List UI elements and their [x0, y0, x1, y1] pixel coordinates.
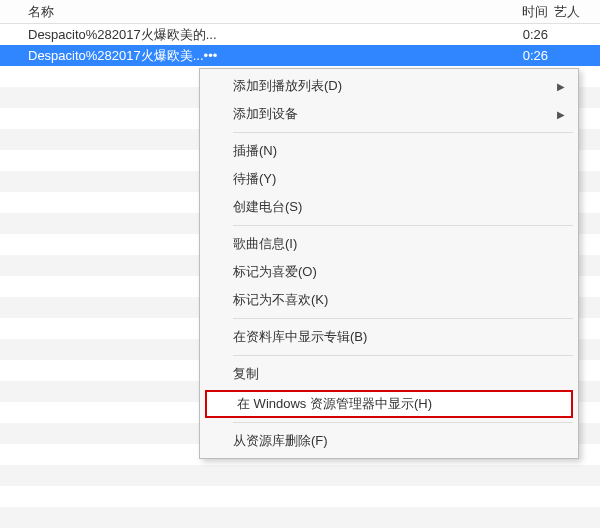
menu-item-insert[interactable]: 插播(N)	[203, 137, 575, 165]
menu-item-label: 添加到播放列表(D)	[233, 77, 342, 95]
track-time: 0:26	[502, 27, 554, 42]
menu-item-create-station[interactable]: 创建电台(S)	[203, 193, 575, 221]
menu-separator	[233, 355, 573, 356]
menu-item-label: 标记为喜爱(O)	[233, 263, 317, 281]
track-name: Despacito%282017火爆欧美...•••	[28, 47, 502, 65]
menu-item-love[interactable]: 标记为喜爱(O)	[203, 258, 575, 286]
table-row[interactable]	[0, 507, 600, 528]
menu-item-queue-next[interactable]: 待播(Y)	[203, 165, 575, 193]
menu-item-song-info[interactable]: 歌曲信息(I)	[203, 230, 575, 258]
context-menu: 添加到播放列表(D) ▶ 添加到设备 ▶ 插播(N) 待播(Y) 创建电台(S)…	[199, 68, 579, 459]
column-header-name[interactable]: 名称	[28, 3, 502, 21]
track-name: Despacito%282017火爆欧美的...	[28, 26, 502, 44]
menu-item-dislike[interactable]: 标记为不喜欢(K)	[203, 286, 575, 314]
menu-item-label: 歌曲信息(I)	[233, 235, 297, 253]
menu-separator	[233, 318, 573, 319]
menu-item-label: 标记为不喜欢(K)	[233, 291, 328, 309]
menu-item-label: 从资源库删除(F)	[233, 432, 328, 450]
track-time: 0:26	[502, 48, 554, 63]
menu-item-label: 添加到设备	[233, 105, 298, 123]
column-header-artist[interactable]: 艺人	[554, 3, 600, 21]
table-row[interactable]	[0, 486, 600, 507]
menu-separator	[233, 132, 573, 133]
chevron-right-icon: ▶	[557, 109, 565, 120]
menu-item-label: 在资料库中显示专辑(B)	[233, 328, 367, 346]
menu-item-copy[interactable]: 复制	[203, 360, 575, 388]
menu-item-label: 复制	[233, 365, 259, 383]
column-header-row: 名称 时间 艺人	[0, 0, 600, 24]
column-header-time[interactable]: 时间	[502, 3, 554, 21]
table-row[interactable]: Despacito%282017火爆欧美...••• 0:26	[0, 45, 600, 66]
menu-item-show-in-library[interactable]: 在资料库中显示专辑(B)	[203, 323, 575, 351]
menu-item-label: 创建电台(S)	[233, 198, 302, 216]
menu-item-label: 插播(N)	[233, 142, 277, 160]
menu-separator	[233, 225, 573, 226]
chevron-right-icon: ▶	[557, 81, 565, 92]
menu-item-delete-from-library[interactable]: 从资源库删除(F)	[203, 427, 575, 455]
menu-separator	[233, 422, 573, 423]
table-row[interactable]	[0, 465, 600, 486]
menu-item-label: 在 Windows 资源管理器中显示(H)	[237, 395, 432, 413]
menu-item-show-in-explorer[interactable]: 在 Windows 资源管理器中显示(H)	[205, 390, 573, 418]
menu-item-add-playlist[interactable]: 添加到播放列表(D) ▶	[203, 72, 575, 100]
menu-item-add-device[interactable]: 添加到设备 ▶	[203, 100, 575, 128]
table-row[interactable]: Despacito%282017火爆欧美的... 0:26	[0, 24, 600, 45]
menu-item-label: 待播(Y)	[233, 170, 276, 188]
